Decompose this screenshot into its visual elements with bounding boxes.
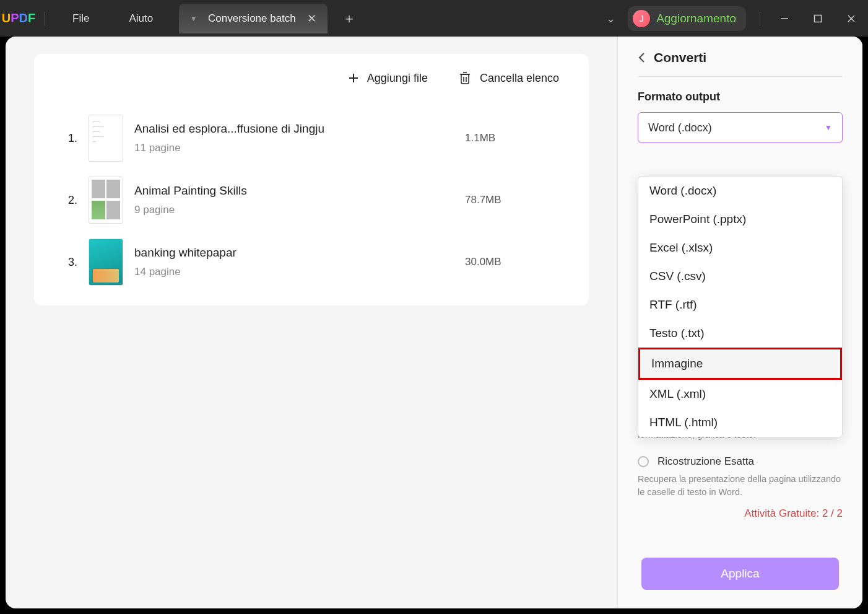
svg-rect-6 [461, 74, 469, 84]
tab-batch-conversion[interactable]: ▼ Conversione batch ✕ [179, 4, 328, 33]
format-dropdown: Word (.docx)PowerPoint (.pptx)Excel (.xl… [638, 176, 843, 437]
title-bar: UPDF File Aiuto ▼ Conversione batch ✕ ＋ … [0, 0, 868, 37]
format-option[interactable]: Excel (.xlsx) [638, 234, 842, 262]
file-name: Animal Painting Skills [134, 184, 454, 198]
format-option[interactable]: HTML (.html) [638, 408, 842, 437]
file-size: 78.7MB [465, 194, 564, 206]
format-option[interactable]: Word (.docx) [638, 177, 842, 205]
plus-icon [349, 73, 358, 83]
avatar: J [633, 10, 650, 27]
file-pages: 9 pagine [134, 204, 454, 216]
menu-file[interactable]: File [53, 12, 109, 25]
format-option[interactable]: CSV (.csv) [638, 262, 842, 291]
clear-list-label: Cancella elenco [480, 72, 559, 85]
format-option[interactable]: Testo (.txt) [638, 319, 842, 348]
file-size: 1.1MB [465, 132, 564, 144]
chevron-down-icon: ▼ [825, 123, 832, 132]
tab-title: Conversione batch [208, 12, 296, 25]
output-format-select[interactable]: Word (.docx) ▼ [638, 112, 843, 143]
chevron-down-icon[interactable]: ⌄ [594, 12, 628, 25]
file-index: 2. [59, 194, 77, 207]
format-label: Formato output [638, 90, 843, 103]
file-name: Analisi ed esplora...ffusione di Jingju [134, 122, 454, 136]
maximize-button[interactable] [801, 0, 835, 37]
tab-dropdown-icon[interactable]: ▼ [190, 15, 197, 22]
svg-rect-1 [815, 15, 822, 22]
file-name: banking whitepapar [134, 246, 454, 260]
radio-label: Ricostruzione Esatta [658, 455, 754, 468]
format-option[interactable]: Immagine [638, 348, 842, 380]
apply-button[interactable]: Applica [641, 558, 839, 590]
format-option[interactable]: XML (.xml) [638, 380, 842, 408]
file-pages: 14 pagine [134, 266, 454, 278]
file-pages: 11 pagine [134, 142, 454, 154]
file-thumbnail [89, 239, 123, 286]
separator [45, 12, 45, 25]
file-list-card: Aggiungi file Cancella elenco 1. — —— — … [34, 54, 589, 305]
selected-value: Word (.docx) [648, 121, 712, 134]
back-button[interactable] [638, 52, 645, 63]
add-file-button[interactable]: Aggiungi file [349, 72, 428, 85]
file-row[interactable]: 3. banking whitepapar 14 pagine 30.0MB [34, 231, 589, 293]
file-index: 1. [59, 132, 77, 145]
side-panel: Converti Formato output Word (.docx) ▼ W… [617, 37, 862, 608]
file-thumbnail: — —— — —— —— — —— [89, 115, 123, 162]
file-size: 30.0MB [465, 256, 564, 268]
add-file-label: Aggiungi file [367, 72, 428, 85]
clear-list-button[interactable]: Cancella elenco [459, 71, 559, 85]
chevron-left-icon [638, 52, 645, 63]
radio-icon[interactable] [638, 456, 649, 467]
upgrade-button[interactable]: J Aggiornamento [628, 6, 746, 31]
workspace: Aggiungi file Cancella elenco 1. — —— — … [6, 37, 862, 608]
free-tasks-label: Attività Gratuite: 2 / 2 [638, 507, 843, 520]
file-index: 3. [59, 256, 77, 269]
file-row[interactable]: 2. Animal Painting Skills 9 pagine 78.7M… [34, 169, 589, 231]
upgrade-label: Aggiornamento [656, 12, 736, 25]
toolbar: Aggiungi file Cancella elenco [34, 54, 589, 107]
add-tab-button[interactable]: ＋ [342, 9, 356, 28]
format-option[interactable]: RTF (.rtf) [638, 291, 842, 319]
format-option[interactable]: PowerPoint (.pptx) [638, 205, 842, 234]
app-logo: UPDF [0, 11, 37, 25]
panel-title: Converti [654, 50, 706, 65]
radio-exact-reconstruction[interactable]: Ricostruzione Esatta [638, 455, 843, 468]
trash-icon [459, 71, 471, 85]
minimize-button[interactable] [768, 0, 801, 37]
close-button[interactable] [835, 0, 868, 37]
file-row[interactable]: 1. — —— — —— —— — —— Analisi ed esplora.… [34, 107, 589, 169]
option-description: Recupera la presentazione della pagina u… [638, 473, 843, 499]
menu-help[interactable]: Aiuto [109, 12, 173, 25]
main-area: Aggiungi file Cancella elenco 1. — —— — … [6, 37, 617, 608]
close-icon[interactable]: ✕ [307, 12, 316, 25]
file-thumbnail [89, 177, 123, 224]
separator [760, 12, 760, 25]
